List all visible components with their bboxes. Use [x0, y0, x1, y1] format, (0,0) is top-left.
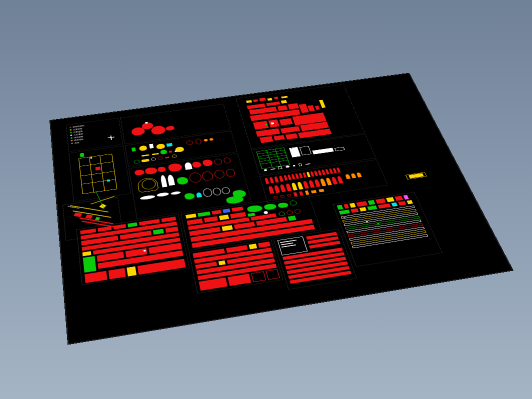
- tree-elevation: [145, 167, 158, 175]
- person-block: [314, 170, 318, 176]
- symbol-icon: [306, 164, 310, 165]
- shrub-elevation: [184, 192, 195, 200]
- vehicle-block: [288, 216, 296, 221]
- furniture-block: [274, 96, 278, 99]
- vehicle-block: [222, 208, 230, 213]
- detail-label: [282, 244, 296, 248]
- person-block: [279, 176, 284, 182]
- cad-block: [96, 252, 124, 262]
- cad-block: [218, 260, 226, 266]
- section-marker: [95, 217, 100, 220]
- cad-viewport[interactable]: 建筑轮廓线 主要道路 次要道路 人行道路 绿化植被 硬质铺装 其他: [0, 0, 532, 399]
- tree-elevation: [158, 166, 166, 172]
- tree-elevation: [192, 162, 202, 168]
- detail-block: [346, 220, 422, 233]
- detail-block: [349, 227, 424, 241]
- dim-line: [68, 206, 80, 208]
- cad-block: [198, 264, 277, 280]
- vehicle-block: [204, 216, 218, 222]
- furniture-block: [265, 124, 267, 126]
- person-block: [284, 175, 288, 180]
- cad-block: [266, 269, 280, 280]
- person-block: [320, 178, 326, 186]
- vehicle-block: [198, 212, 210, 217]
- tree-elevation: [134, 169, 145, 176]
- furniture-block: [253, 100, 258, 102]
- detail-block: [345, 216, 420, 230]
- plant-symbol: [169, 150, 172, 152]
- tree-elevation: [176, 176, 189, 186]
- detail-block: [368, 200, 376, 205]
- detail-block: [352, 234, 428, 248]
- detail-block: [344, 212, 418, 226]
- vehicle-block: [219, 214, 229, 220]
- section-fill: [86, 214, 93, 219]
- cad-block: [227, 253, 274, 264]
- detail-label: [280, 242, 293, 245]
- detail-block: [282, 248, 343, 260]
- person-block: [288, 174, 292, 180]
- person-block: [306, 172, 310, 177]
- wheel-icon: [294, 209, 302, 214]
- plant-symbol: [149, 144, 154, 148]
- symbol-block: [294, 192, 298, 196]
- marker-block: [96, 166, 101, 170]
- furniture-block: [260, 136, 273, 143]
- vehicle-block: [234, 222, 256, 230]
- building-outline: [78, 154, 118, 194]
- detail-block: [348, 223, 423, 237]
- stairs-block: [80, 153, 84, 157]
- plant-symbol: [142, 154, 150, 157]
- plant-symbol: [156, 144, 166, 150]
- symbol-block: [311, 190, 317, 194]
- person-block: [345, 174, 350, 179]
- person-block: [331, 176, 338, 184]
- cad-drawing-sheet[interactable]: 建筑轮廓线 主要道路 次要道路 人行道路 绿化植被 硬质铺装 其他: [50, 73, 513, 344]
- tree-elevation: [214, 158, 222, 165]
- person-block: [270, 177, 274, 184]
- tree-elevation: [167, 174, 175, 186]
- detail-block: [308, 236, 339, 244]
- shrub-elevation: [212, 188, 222, 196]
- symbol-block: [305, 190, 310, 195]
- person-block: [302, 172, 306, 178]
- cad-block: [128, 222, 138, 228]
- isolated-block: [406, 172, 427, 180]
- cad-block: [228, 274, 251, 286]
- legend-label: 其他: [74, 142, 80, 144]
- wheel-icon: [286, 210, 294, 215]
- detail-block: [350, 208, 358, 213]
- tree-elevation: [214, 169, 226, 179]
- shrub-elevation: [140, 194, 156, 200]
- furniture-block: [267, 98, 272, 101]
- legend-label: 硬质铺装: [74, 138, 84, 141]
- cad-block: [148, 243, 182, 254]
- person-block: [280, 184, 286, 192]
- symbol-icon: [298, 164, 302, 166]
- section-fill: [74, 212, 82, 217]
- detail-library-panel: [332, 192, 442, 267]
- vehicle-block: [190, 219, 313, 242]
- wheel-icon: [264, 211, 268, 214]
- cad-block: [82, 251, 92, 256]
- person-block: [274, 176, 279, 183]
- cad-block: [83, 256, 96, 272]
- vehicle-block: [250, 214, 276, 221]
- vehicle-block: [212, 210, 222, 215]
- furniture-block: [278, 105, 288, 110]
- detail-marker: [366, 221, 368, 222]
- shrub-elevation: [196, 192, 202, 198]
- detail-marker: [377, 223, 380, 224]
- detail-block: [398, 201, 406, 206]
- cad-block: [98, 250, 184, 269]
- wheel-icon: [278, 212, 286, 216]
- furniture-block: [288, 103, 299, 110]
- cad-block: [226, 245, 248, 253]
- detail-block: [309, 241, 340, 249]
- furniture-block: [308, 105, 315, 112]
- detail-block: [339, 210, 350, 214]
- person-block: [298, 173, 302, 178]
- vehicle-block: [186, 218, 202, 225]
- tree-elevation: [184, 162, 192, 170]
- person-block: [302, 181, 309, 189]
